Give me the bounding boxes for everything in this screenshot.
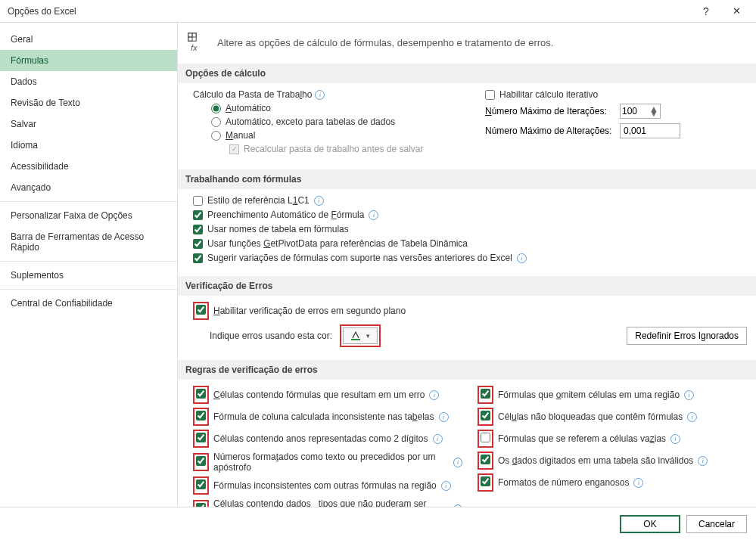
info-icon[interactable]: i [433, 434, 443, 444]
sidebar-item-idioma[interactable]: Idioma [0, 135, 177, 156]
ok-button[interactable]: OK [620, 515, 680, 533]
radio-auto[interactable]: Automático [211, 103, 455, 113]
tablenames-checkbox[interactable]: Usar nomes de tabela em fórmulas [193, 224, 747, 234]
info-icon[interactable]: i [429, 390, 439, 400]
iter-change-input[interactable]: 0,001 [620, 123, 680, 138]
suggest-checkbox[interactable]: Sugerir variações de fórmulas com suport… [193, 253, 747, 263]
formulas-icon: fx [187, 32, 208, 53]
rule-right-1[interactable] [481, 411, 490, 421]
bg-error-checkbox[interactable] [196, 305, 206, 315]
rule-left-0[interactable] [196, 389, 206, 399]
help-button[interactable]: ? [691, 1, 721, 22]
info-icon[interactable]: i [670, 434, 680, 444]
rule-right-4[interactable] [481, 476, 490, 486]
rule-left-3[interactable] [196, 456, 206, 466]
cancel-button[interactable]: Cancelar [686, 515, 747, 533]
svg-rect-1 [188, 33, 192, 37]
sidebar-item-revisao[interactable]: Revisão de Texto [0, 92, 177, 113]
titlebar: Opções do Excel ? ✕ [0, 0, 756, 23]
info-icon[interactable]: i [633, 478, 643, 488]
info-icon[interactable]: i [439, 412, 449, 422]
rule-right-3[interactable] [481, 455, 490, 464]
iter-max-label: Número Máximo de Iterações: [485, 106, 614, 116]
svg-rect-3 [188, 37, 192, 41]
footer: OK Cancelar [0, 507, 756, 540]
rule-right-0[interactable] [481, 389, 490, 399]
section-rules-header: Regras de verificação de erros [178, 360, 756, 380]
svg-rect-5 [351, 339, 360, 340]
error-color-picker[interactable]: ▼ [343, 327, 378, 344]
info-icon[interactable]: i [517, 253, 527, 263]
section-calc-header: Opções de cálculo [178, 64, 756, 83]
section-formulas-header: Trabalhando com fórmulas [178, 169, 756, 189]
sidebar-item-salvar[interactable]: Salvar [0, 113, 177, 135]
svg-text:fx: fx [191, 43, 198, 52]
info-icon[interactable]: i [314, 196, 324, 206]
section-errorcheck-header: Verificação de Erros [178, 276, 756, 296]
info-icon[interactable]: i [453, 458, 462, 467]
svg-rect-2 [192, 33, 196, 37]
info-icon[interactable]: i [315, 90, 325, 100]
info-icon[interactable]: i [453, 504, 462, 507]
bg-error-label: Habilitar verificação de erros em segund… [213, 306, 406, 316]
reset-ignored-button[interactable]: Redefinir Erros Ignorados [627, 327, 747, 345]
info-icon[interactable]: i [369, 210, 378, 220]
rule-left-4[interactable] [196, 479, 206, 489]
rule-right-2[interactable] [481, 433, 490, 442]
info-icon[interactable]: i [698, 456, 708, 466]
recalc-label: Recalcular pasta de trabalho antes de sa… [244, 144, 423, 154]
page-description: Altere as opções de cálculo de fórmulas,… [217, 37, 553, 48]
rule-left-5[interactable] [196, 503, 206, 507]
getpivot-checkbox[interactable]: Usar funções GetPivotData para referênci… [193, 238, 747, 249]
r1c1-checkbox[interactable]: Estilo de referência L1C1 i [193, 195, 747, 206]
radio-auto-except[interactable]: Automático, exceto para tabelas de dados [211, 116, 455, 127]
sidebar-item-suplementos[interactable]: Suplementos [0, 265, 177, 286]
iter-enable-checkbox[interactable]: Habilitar cálculo iterativo [485, 89, 747, 100]
sidebar-item-avancado[interactable]: Avançado [0, 177, 177, 198]
sidebar-item-acessibilidade[interactable]: Acessibilidade [0, 156, 177, 177]
sidebar-item-barra[interactable]: Barra de Ferramentas de Acesso Rápido [0, 226, 177, 258]
info-icon[interactable]: i [441, 481, 451, 491]
window-title: Opções do Excel [8, 6, 691, 17]
rule-left-1[interactable] [196, 411, 206, 421]
sidebar-item-formulas[interactable]: Fórmulas [0, 50, 177, 71]
workbook-calc-label: Cálculo da Pasta de Trabalho [193, 89, 312, 100]
sidebar-item-dados[interactable]: Dados [0, 71, 177, 92]
autocomplete-checkbox[interactable]: Preenchimento Automático de Fórmula i [193, 209, 747, 220]
iter-change-label: Número Máximo de Alterações: [485, 126, 614, 136]
content-panel: fx Altere as opções de cálculo de fórmul… [178, 23, 756, 507]
info-icon[interactable]: i [687, 412, 697, 422]
sidebar-item-central[interactable]: Central de Confiabilidade [0, 293, 177, 314]
sidebar: Geral Fórmulas Dados Revisão de Texto Sa… [0, 23, 178, 507]
close-button[interactable]: ✕ [721, 1, 751, 22]
recalc-checkbox: ✓ [229, 144, 239, 154]
sidebar-item-geral[interactable]: Geral [0, 29, 177, 50]
info-icon[interactable]: i [684, 390, 694, 400]
iter-max-input[interactable]: 100 ▲▼ [620, 104, 661, 119]
sidebar-item-personalizar[interactable]: Personalizar Faixa de Opções [0, 205, 177, 226]
rule-left-2[interactable] [196, 433, 206, 442]
error-color-label: Indique erros usando esta cor: [193, 331, 332, 341]
radio-manual[interactable]: Manual [211, 130, 455, 141]
